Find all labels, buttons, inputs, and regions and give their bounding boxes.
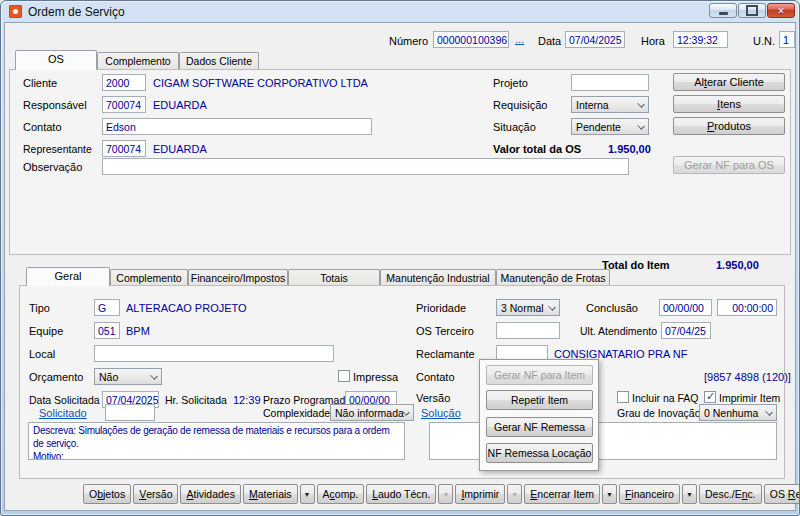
complexidade-value: Não informada (335, 407, 404, 419)
complexidade-label: Complexidade (263, 407, 330, 419)
complexidade-select[interactable]: Não informada (330, 404, 414, 421)
incluir-faq-checkbox[interactable] (617, 391, 629, 403)
cliente-nome: CIGAM SOFTWARE CORPORATIVO LTDA (153, 77, 368, 89)
minimize-button[interactable] (709, 3, 737, 18)
incluir-faq-label: Incluir na FAQ (632, 392, 699, 404)
prioridade-label: Prioridade (416, 302, 466, 314)
un-label: U.N. (753, 35, 775, 47)
titlebar[interactable]: Ordem de Serviço (1, 1, 799, 22)
contato-input[interactable]: Edson (102, 118, 372, 135)
tab-dados-cliente[interactable]: Dados Cliente (179, 52, 259, 69)
alterar-cliente-button[interactable]: Alterar Cliente (673, 73, 785, 91)
cliente-label: Cliente (23, 77, 57, 89)
window-title: Ordem de Serviço (28, 5, 125, 19)
encerrar-item-button[interactable]: Encerrar Item (524, 484, 600, 504)
tipo-input[interactable]: G (94, 299, 120, 316)
local-label: Local (29, 348, 55, 360)
financeiro-button[interactable]: Financeiro (619, 484, 680, 504)
prioridade-value: 3 Normal (501, 302, 544, 314)
chevron-down-icon (548, 303, 556, 311)
gerar-nf-remessa-button[interactable]: Gerar NF Remessa (486, 417, 593, 437)
prioridade-select[interactable]: 3 Normal (496, 299, 560, 316)
equipe-nome: BPM (126, 325, 150, 337)
solucao-link[interactable]: Solução (421, 407, 461, 419)
situacao-select[interactable]: Pendente (571, 118, 649, 135)
tab-geral[interactable]: Geral (26, 267, 110, 286)
imprimir-item-checkbox[interactable] (704, 391, 716, 403)
tab-item-complemento[interactable]: Complemento (110, 269, 188, 285)
representante-nome: EDUARDA (153, 143, 207, 155)
tab-manutencao-industrial[interactable]: Manutenção Industrial (380, 269, 496, 285)
financeiro-dropdown-icon[interactable]: ▼ (682, 484, 697, 504)
orcamento-select[interactable]: Não (94, 368, 162, 385)
conclusao-hora-input[interactable]: 00:00:00 (717, 299, 777, 316)
laudo-tecn-dropdown-icon: ▼ (438, 484, 453, 504)
local-input[interactable] (94, 345, 334, 362)
close-button[interactable] (767, 3, 795, 18)
reclamante-label: Reclamante (416, 348, 475, 360)
tipo-nome: ALTERACAO PROJETO (126, 302, 247, 314)
situacao-value: Pendente (576, 121, 621, 133)
chevron-down-icon (765, 408, 773, 416)
equipe-label: Equipe (29, 325, 63, 337)
un-input[interactable]: 1 (779, 31, 795, 48)
objetos-button[interactable]: Objetos (83, 484, 131, 504)
hr-solicitada-label: Hr. Solicitada (165, 394, 227, 406)
gerar-nf-para-item-button: Gerar NF para Item (486, 365, 593, 385)
numero-label: Número (389, 35, 428, 47)
descricao-textarea[interactable]: Descreva: Simulações de geração de remes… (28, 422, 405, 460)
versao-button[interactable]: Versão (133, 484, 178, 504)
hora-input[interactable]: 12:39:32 (673, 31, 728, 48)
conclusao-data-input[interactable]: 00/00/00 (659, 299, 712, 316)
chevron-down-icon (637, 122, 645, 130)
itens-button[interactable]: Itens (673, 95, 785, 113)
maximize-button[interactable] (738, 3, 766, 18)
impressa-checkbox[interactable] (338, 370, 350, 382)
responsavel-label: Responsável (23, 99, 87, 111)
contato-item-label: Contato (416, 371, 455, 383)
numero-more-link[interactable]: ... (515, 33, 524, 45)
tab-manutencao-frotas[interactable]: Manutenção de Frotas (496, 269, 610, 285)
os-relac-button[interactable]: OS Relac. (764, 484, 800, 504)
data-input[interactable]: 07/04/2025 (565, 31, 625, 48)
desc-enc-button[interactable]: Desc./Enc. (699, 484, 762, 504)
solicitado-link[interactable]: Solicitado (39, 407, 87, 419)
projeto-input[interactable] (571, 74, 649, 91)
produtos-button[interactable]: Produtos (673, 117, 785, 135)
tab-financeiro-impostos[interactable]: Financeiro/Impostos (188, 269, 288, 285)
encerrar-item-dropdown-icon[interactable]: ▼ (602, 484, 617, 504)
ordem-de-servico-window: Ordem de Serviço Número 000000100396 ...… (0, 0, 800, 516)
imprimir-button[interactable]: Imprimir (455, 484, 505, 504)
responsavel-code-input[interactable]: 700074 (102, 96, 146, 113)
grau-inovacao-value: 0 Nenhuma (704, 407, 758, 419)
tab-complemento[interactable]: Complemento (97, 52, 179, 69)
equipe-input[interactable]: 051 (94, 322, 120, 339)
orcamento-label: Orçamento (29, 371, 83, 383)
acomp-button[interactable]: Acomp. (317, 484, 365, 504)
materiais-button[interactable]: Materiais (243, 484, 298, 504)
numero-input[interactable]: 000000100396 (433, 31, 509, 48)
tab-os[interactable]: OS (15, 50, 97, 70)
representante-code-input[interactable]: 700074 (102, 140, 146, 157)
nf-remessa-locacao-button[interactable]: NF Remessa Locação (486, 443, 593, 463)
solicitado-input[interactable] (105, 404, 155, 421)
valor-total-value: 1.950,00 (608, 143, 651, 155)
hr-solicitada-value: 12:39 (233, 394, 261, 406)
ult-atendimento-input[interactable]: 07/04/25 (661, 322, 711, 339)
requisicao-select[interactable]: Interna (571, 96, 649, 113)
os-terceiro-input[interactable] (496, 322, 560, 339)
app-icon (9, 5, 22, 18)
total-item-label: Total do Item (602, 259, 670, 271)
laudo-tecn-button[interactable]: Laudo Técn. (366, 484, 436, 504)
cliente-code-input[interactable]: 2000 (102, 74, 146, 91)
atividades-button[interactable]: Atividades (180, 484, 240, 504)
grau-inovacao-select[interactable]: 0 Nenhuma (699, 404, 777, 421)
tab-totais[interactable]: Totais (288, 269, 380, 285)
materiais-dropdown-icon[interactable]: ▼ (300, 484, 315, 504)
client-area: Número 000000100396 ... Data 07/04/2025 … (4, 22, 796, 511)
hora-label: Hora (641, 35, 665, 47)
repetir-item-button[interactable]: Repetir Item (486, 390, 593, 410)
observacao-input[interactable] (102, 158, 629, 175)
projeto-label: Projeto (493, 77, 528, 89)
grau-inovacao-label: Grau de Inovação (617, 407, 700, 419)
